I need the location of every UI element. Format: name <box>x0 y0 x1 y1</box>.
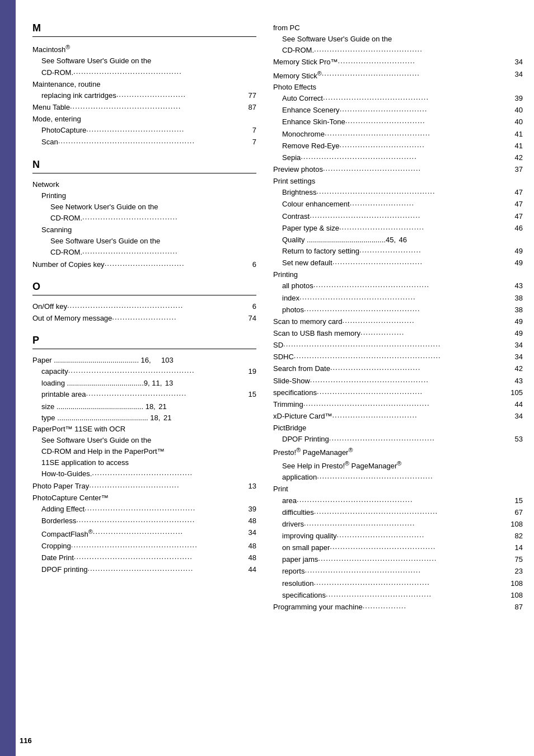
entry-search-date: Search from Date .......................… <box>273 363 523 375</box>
entry-replacing-ink: replacing ink cartridges ...............… <box>32 90 256 102</box>
entry-network-see: See Network User's Guide on the <box>32 201 256 213</box>
entry-photo-paper-tray: Photo Paper Tray .......................… <box>32 481 256 492</box>
entry-paper-type-size: Paper type & size ......................… <box>273 223 523 234</box>
entry-memory-stick: Memory Stick® ..........................… <box>273 69 523 82</box>
entry-xd-picture-card: xD-Picture Card™ .......................… <box>273 411 523 422</box>
left-column: M Macintosh® See Software User's Guide o… <box>32 22 268 734</box>
entry-presto-see: See Help in Presto!® PageManager® <box>273 459 523 472</box>
section-o: O On/Off key ...........................… <box>32 281 256 325</box>
entry-pictbridge: PictBridge <box>273 422 523 434</box>
entry-scan-usb: Scan to USB flash memory ...............… <box>273 328 523 340</box>
entry-mac-cdrom: CD-ROM. ................................… <box>32 67 256 79</box>
section-header-n: N <box>32 159 256 171</box>
content-area: M Macintosh® See Software User's Guide o… <box>16 0 534 756</box>
entry-paperport-see: See Software User's Guide on the <box>32 435 256 446</box>
left-bar <box>0 0 16 756</box>
entry-sd: SD .....................................… <box>273 340 523 351</box>
entry-scan-memory: Scan to memory card ....................… <box>273 316 523 328</box>
entry-improving-quality: improving quality ......................… <box>273 530 523 542</box>
entry-preview-photos: Preview photos .........................… <box>273 164 523 176</box>
entry-sdhc: SDHC ...................................… <box>273 351 523 363</box>
divider-n <box>32 173 256 173</box>
entry-return-factory: Return to factory setting ..............… <box>273 246 523 257</box>
entry-auto-correct: Auto Correct ...........................… <box>273 93 523 105</box>
entry-date-print: Date Print .............................… <box>32 552 256 564</box>
entry-printing: Printing <box>273 269 523 280</box>
entry-paperport-howto: How-to-Guides. .........................… <box>32 468 256 480</box>
entry-out-of-memory: Out of Memory message ..................… <box>32 313 256 325</box>
section-header-o: O <box>32 281 256 293</box>
entry-onoff-key: On/Off key .............................… <box>32 301 256 313</box>
entry-small-paper: on small paper .........................… <box>273 542 523 554</box>
entry-cropping: Cropping ...............................… <box>32 541 256 552</box>
entry-frompc-cdrom: CD-ROM. ................................… <box>273 45 523 57</box>
entry-adding-effect: Adding Effect ..........................… <box>32 504 256 515</box>
entry-print-specifications: specifications .........................… <box>273 590 523 602</box>
entry-network-scan-see: See Software User's Guide on the <box>32 236 256 247</box>
right-column: from PC See Software User's Guide on the… <box>268 22 523 734</box>
entry-colour-enhancement: Colour enhancement .....................… <box>273 199 523 210</box>
entry-network-cdrom: CD-ROM. ................................… <box>32 213 256 224</box>
entry-photocapture-mode: PhotoCapture ...........................… <box>32 125 256 137</box>
section-header-m: M <box>32 22 256 34</box>
entry-monochrome: Monochrome .............................… <box>273 129 523 140</box>
entry-slide-show: Slide-Show .............................… <box>273 375 523 387</box>
section-p: P Paper ................................… <box>32 335 256 576</box>
entry-network-printing: Printing <box>32 190 256 201</box>
entry-print-drivers: drivers ................................… <box>273 519 523 530</box>
entry-paper-jams: paper jams .............................… <box>273 554 523 566</box>
page-number: 116 <box>20 736 32 745</box>
divider-o <box>32 295 256 295</box>
entry-borderless: Borderless .............................… <box>32 515 256 527</box>
entry-network: Network <box>32 179 256 190</box>
entry-paper-size: size ...................................… <box>32 401 256 412</box>
entry-presto: Presto!® PageManager® <box>273 445 523 458</box>
entry-print: Print <box>273 483 523 495</box>
divider-m <box>32 36 256 37</box>
entry-presto-app: application ............................… <box>273 472 523 483</box>
entry-programming-machine: Programming your machine ...............… <box>273 602 523 613</box>
entry-macintosh: Macintosh® <box>32 43 256 55</box>
entry-enhance-skin: Enhance Skin-Tone ......................… <box>273 116 523 128</box>
entry-frompc-see: See Software User's Guide on the <box>273 34 523 45</box>
entry-scan-mode: Scan ...................................… <box>32 137 256 148</box>
entry-remove-red-eye: Remove Red-Eye .........................… <box>273 140 523 152</box>
entry-paperport-cdrom: CD-ROM and Help in the PaperPort™ <box>32 446 256 457</box>
section-m: M Macintosh® See Software User's Guide o… <box>32 22 256 149</box>
entry-set-new-default: Set new default ........................… <box>273 257 523 269</box>
entry-brightness: Brightness .............................… <box>273 187 523 199</box>
entry-paper: Paper ..................................… <box>32 355 256 366</box>
entry-index: index ..................................… <box>273 293 523 304</box>
section-n: N Network Printing See Network User's Gu… <box>32 159 256 271</box>
entry-paper-capacity: capacity ...............................… <box>32 366 256 378</box>
entry-print-difficulties: difficulties ...........................… <box>273 507 523 519</box>
entry-network-scan-cdrom: CD-ROM. ................................… <box>32 247 256 259</box>
entry-number-of-copies: Number of Copies key ...................… <box>32 259 256 271</box>
entry-print-area: area ...................................… <box>273 495 523 507</box>
entry-memory-stick-pro: Memory Stick Pro™ ......................… <box>273 57 523 68</box>
entry-compactflash: CompactFlash® ..........................… <box>32 527 256 540</box>
entry-maintenance: Maintenance, routine <box>32 79 256 90</box>
entry-trimming: Trimming ...............................… <box>273 399 523 411</box>
section-header-p: P <box>32 335 256 346</box>
entry-photo-effects: Photo Effects <box>273 82 523 93</box>
entry-dpof-printing-right: DPOF Printing ..........................… <box>273 434 523 445</box>
entry-mode-entering: Mode, entering <box>32 114 256 125</box>
entry-paperport: PaperPort™ 11SE with OCR <box>32 424 256 435</box>
entry-quality: Quality ................................… <box>273 234 523 246</box>
entry-sepia: Sepia ..................................… <box>273 152 523 164</box>
entry-mac-see: See Software User's Guide on the <box>32 55 256 67</box>
entry-photocapture-center: PhotoCapture Center™ <box>32 492 256 504</box>
entry-resolution: resolution .............................… <box>273 578 523 590</box>
entry-specifications: specifications .........................… <box>273 387 523 399</box>
entry-photos: photos .................................… <box>273 304 523 316</box>
entry-print-settings: Print settings <box>273 176 523 187</box>
entry-dpof-printing-left: DPOF printing ..........................… <box>32 564 256 576</box>
entry-paper-loading: loading ................................… <box>32 378 256 389</box>
entry-network-scanning: Scanning <box>32 224 256 236</box>
divider-p <box>32 349 256 349</box>
entry-paper-printable: printable area .........................… <box>32 389 256 401</box>
entry-paperport-app: 11SE application to access <box>32 457 256 468</box>
entry-paper-type: type ...................................… <box>32 412 256 424</box>
entry-all-photos: all photos .............................… <box>273 280 523 292</box>
